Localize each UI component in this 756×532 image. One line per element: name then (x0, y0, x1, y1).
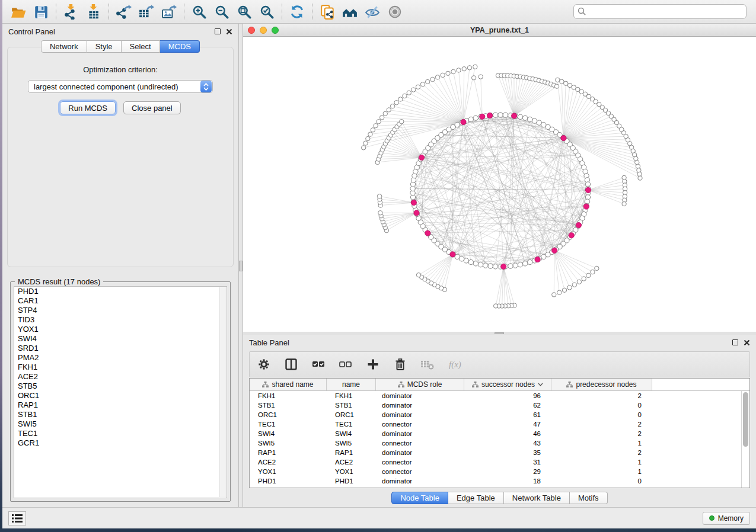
cell-shared-name[interactable]: ORC1 (250, 410, 327, 419)
graph-node[interactable] (467, 66, 471, 70)
cell-MCDS-role[interactable]: dominator (376, 391, 464, 400)
table-row[interactable]: ORC1ORC1dominator610 (250, 410, 749, 419)
graph-mcds-hub-node[interactable] (450, 252, 455, 257)
refresh-button[interactable] (286, 2, 308, 21)
memory-button[interactable]: Memory (703, 512, 750, 525)
graph-node[interactable] (400, 119, 404, 123)
vertical-splitter-handle[interactable] (239, 261, 243, 271)
graph-node[interactable] (518, 114, 522, 119)
mcds-result-item[interactable]: GCR1 (14, 438, 227, 448)
table-row[interactable]: STB1STB1dominator620 (250, 400, 749, 410)
graph-node[interactable] (441, 73, 445, 77)
graph-node[interactable] (371, 128, 375, 132)
cell-name[interactable]: TEC1 (327, 419, 376, 429)
graph-node[interactable] (577, 280, 581, 284)
table-row[interactable]: YOX1YOX1connector291 (250, 467, 749, 476)
import-table-button[interactable] (82, 2, 105, 21)
cell-successor-nodes[interactable]: 43 (464, 438, 551, 448)
graph-mcds-hub-node[interactable] (512, 113, 517, 118)
graph-node[interactable] (379, 116, 384, 120)
cell-predecessor-nodes[interactable]: 0 (551, 410, 652, 419)
graph-node[interactable] (552, 293, 556, 297)
cell-MCDS-role[interactable]: dominator (376, 429, 464, 438)
graph-node[interactable] (483, 263, 488, 268)
add-row-button[interactable] (366, 357, 380, 371)
cell-name[interactable]: YOX1 (327, 467, 376, 476)
optimization-criterion-select[interactable]: largest connected component (undirected) (28, 80, 213, 93)
tab-select[interactable]: Select (122, 40, 160, 53)
cell-shared-name[interactable]: FKH1 (250, 391, 327, 400)
graph-node[interactable] (479, 75, 483, 79)
mcds-result-item[interactable]: TEC1 (14, 429, 227, 438)
mcds-result-item[interactable]: YOX1 (14, 325, 227, 334)
settings-button[interactable] (257, 357, 271, 371)
cell-successor-nodes[interactable]: 46 (464, 429, 551, 438)
graph-node[interactable] (473, 65, 477, 69)
cell-shared-name[interactable]: ACE2 (250, 457, 327, 467)
graph-node[interactable] (378, 211, 382, 215)
graph-node[interactable] (513, 263, 518, 268)
cell-MCDS-role[interactable]: dominator (376, 476, 464, 486)
tab-edge-table[interactable]: Edge Table (448, 492, 504, 504)
mcds-result-item[interactable]: TID3 (14, 315, 227, 325)
graph-mcds-hub-node[interactable] (585, 187, 591, 193)
graph-node[interactable] (498, 113, 503, 117)
network-canvas[interactable] (243, 37, 756, 332)
graph-mcds-hub-node[interactable] (501, 264, 506, 269)
graph-node[interactable] (532, 118, 537, 123)
graph-node[interactable] (468, 117, 473, 121)
column-header-predecessor-nodes[interactable]: predecessor nodes (551, 379, 652, 390)
graph-node[interactable] (377, 120, 381, 124)
cell-predecessor-nodes[interactable]: 0 (551, 400, 652, 410)
table-row[interactable]: FKH1FKH1dominator962 (250, 391, 749, 400)
graph-node[interactable] (562, 288, 566, 292)
close-panel-icon[interactable] (226, 28, 232, 35)
tab-mcds[interactable]: MCDS (160, 40, 200, 53)
graph-node[interactable] (363, 141, 368, 145)
graph-node[interactable] (478, 262, 483, 267)
graph-node[interactable] (572, 283, 576, 287)
cell-successor-nodes[interactable]: 62 (464, 400, 551, 410)
graph-node[interactable] (468, 259, 473, 264)
graph-node[interactable] (595, 266, 599, 270)
cell-MCDS-role[interactable]: connector (376, 419, 464, 429)
graph-node[interactable] (560, 79, 564, 84)
cell-name[interactable]: SWI4 (327, 429, 376, 438)
table-row[interactable]: TEC1TEC1connector472 (250, 419, 749, 429)
export-image-button[interactable] (158, 2, 180, 21)
tab-node-table[interactable]: Node Table (391, 492, 448, 504)
hide-selected-button[interactable] (361, 2, 384, 21)
tab-motifs[interactable]: Motifs (570, 492, 608, 504)
tab-network-table[interactable]: Network Table (504, 492, 570, 504)
graph-mcds-hub-node[interactable] (414, 210, 419, 216)
show-all-button[interactable] (384, 2, 406, 21)
graph-node[interactable] (446, 71, 450, 75)
mcds-result-item[interactable]: RAP1 (14, 400, 227, 410)
graph-node[interactable] (394, 101, 398, 105)
graph-node[interactable] (564, 81, 568, 85)
graph-node[interactable] (528, 259, 532, 264)
graph-node[interactable] (638, 176, 642, 180)
zoom-fit-button[interactable] (233, 2, 256, 21)
graph-mcds-hub-node[interactable] (425, 230, 430, 236)
graph-node[interactable] (361, 146, 365, 150)
graph-node[interactable] (567, 83, 572, 87)
export-network-button[interactable] (113, 2, 135, 21)
select-all-button[interactable] (311, 357, 326, 371)
cell-successor-nodes[interactable]: 31 (464, 457, 551, 467)
graph-node[interactable] (374, 124, 378, 128)
graph-node[interactable] (522, 116, 527, 120)
mcds-result-item[interactable]: SWI5 (14, 419, 227, 429)
cell-shared-name[interactable]: RAP1 (250, 448, 327, 457)
mcds-result-item[interactable]: ORC1 (14, 391, 227, 400)
graph-node[interactable] (637, 168, 641, 172)
graph-node[interactable] (473, 116, 478, 120)
cell-predecessor-nodes[interactable]: 2 (551, 419, 652, 429)
graph-node[interactable] (636, 164, 640, 168)
graph-mcds-hub-node[interactable] (583, 204, 589, 209)
search-input[interactable] (573, 4, 747, 19)
column-header-name[interactable]: name (327, 379, 376, 390)
horizontal-splitter-handle[interactable] (495, 332, 504, 334)
cell-name[interactable]: PHD1 (327, 476, 376, 486)
mcds-result-item[interactable]: SRD1 (14, 344, 227, 353)
